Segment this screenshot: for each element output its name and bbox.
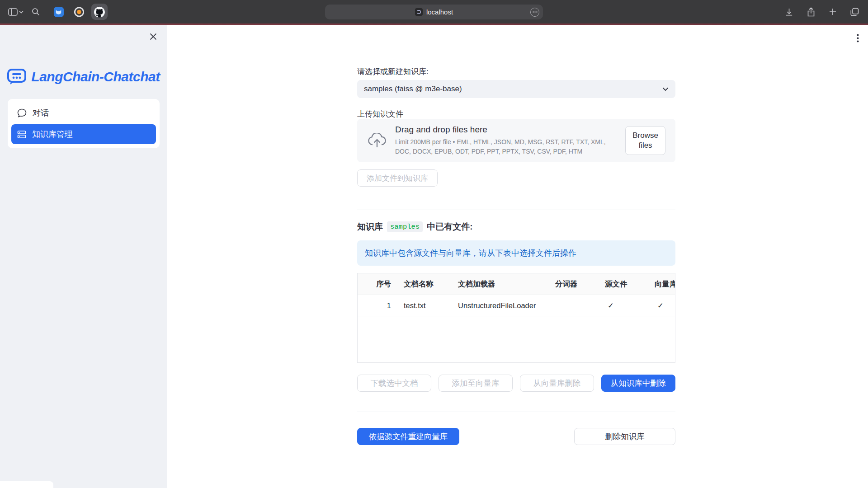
kb-select-label: 请选择或新建知识库: [357,66,429,77]
download-icon [785,8,793,16]
table-header-vector: 向量库 [648,279,675,289]
cloud-upload-icon [367,133,387,148]
kb-stack-icon [17,130,26,139]
browser-toolbar: localhost [0,0,868,23]
menu-item-label: 知识库管理 [32,129,73,140]
page-options-icon[interactable] [530,8,539,17]
table-header-loader: 文档加载器 [452,279,549,289]
sidebar-item-kb-management[interactable]: 知识库管理 [11,124,156,144]
table-header-source: 源文件 [599,279,648,289]
upload-label: 上传知识文件 [357,109,403,119]
browser-search-button[interactable] [30,6,42,18]
table-header-row: 序号 文档名称 文档加载器 分词器 源文件 向量库 [358,273,675,295]
status-pill [0,481,53,488]
chevron-down-icon [19,10,24,14]
chat-bubble-icon [17,108,27,117]
content-column: 请选择或新建知识库: samples (faiss @ m3e-base) 上传… [357,25,675,488]
add-to-vector-button[interactable]: 添加至向量库 [439,375,513,392]
divider [357,210,675,210]
kb-select[interactable]: samples (faiss @ m3e-base) [357,80,675,98]
search-icon [32,8,40,16]
main-content: 请选择或新建知识库: samples (faiss @ m3e-base) 上传… [167,25,868,488]
heading-suffix: 中已有文件: [427,221,472,233]
pinned-tab-blue-icon[interactable] [51,4,67,20]
kb-files-heading: 知识库 samples 中已有文件: [357,221,472,233]
tabs-icon [850,8,859,16]
address-bar[interactable]: localhost [325,5,543,19]
share-icon [807,7,815,17]
sidebar-item-chat[interactable]: 对话 [11,103,156,123]
cell-name: test.txt [397,301,452,310]
pinned-tab-github-icon[interactable] [91,4,108,20]
info-text: 知识库中包含源文件与向量库，请从下表中选择文件后操作 [365,248,576,258]
cell-index: 1 [358,301,397,310]
dropzone-texts: Drag and drop files here Limit 200MB per… [395,125,617,156]
new-tab-button[interactable] [827,6,839,18]
toolbar-left-cluster [6,0,108,23]
toolbar-right-cluster [783,0,861,23]
app-logo: LangChain-Chatchat [0,68,167,86]
cell-loader: UnstructuredFileLoader [452,301,549,310]
table-header-name: 文档名称 [397,279,452,289]
remove-from-vector-button[interactable]: 从向量库删除 [520,375,594,392]
sidebar-menu: 对话 知识库管理 [8,99,160,148]
screen: localhost [0,0,868,488]
site-favicon [415,8,423,16]
tab-overview-button[interactable] [849,6,861,18]
table-row[interactable]: 1 test.txt UnstructuredFileLoader ✓ ✓ [358,295,675,316]
add-files-to-kb-button[interactable]: 添加文件到知识库 [357,169,438,187]
app-menu-kebab-icon[interactable] [855,32,861,44]
logo-chat-icon [7,68,27,86]
table-header-splitter: 分词器 [549,279,599,289]
share-button[interactable] [805,5,817,19]
table-header-index: 序号 [358,279,397,289]
cell-vector-check-icon: ✓ [648,301,675,310]
url-text: localhost [426,8,453,16]
kb-name-code: samples [387,221,423,232]
dropzone-limit: Limit 200MB per file • EML, HTML, JSON, … [395,137,617,156]
pinned-tab-orange-icon[interactable] [71,4,87,20]
plus-icon [829,8,837,16]
sidebar: LangChain-Chatchat 对话 知识库管理 [0,25,167,488]
file-dropzone[interactable]: Drag and drop files here Limit 200MB per… [357,119,675,162]
sidebar-close-icon[interactable] [149,30,161,43]
files-table: 序号 文档名称 文档加载器 分词器 源文件 向量库 1 test.txt Uns… [357,273,675,363]
heading-prefix: 知识库 [357,221,383,233]
download-selected-button[interactable]: 下载选中文档 [357,375,431,392]
app-page: LangChain-Chatchat 对话 知识库管理 [0,25,868,488]
kb-select-value: samples (faiss @ m3e-base) [364,84,462,94]
sidebar-panel-icon [8,8,18,16]
info-banner: 知识库中包含源文件与向量库，请从下表中选择文件后操作 [357,240,675,266]
pinned-tabs [51,4,108,20]
browse-files-button[interactable]: Browse files [625,126,665,155]
cell-source-check-icon: ✓ [599,301,648,310]
dropzone-title: Drag and drop files here [395,125,617,135]
delete-kb-button[interactable]: 删除知识库 [574,428,675,445]
divider [357,412,675,412]
menu-item-label: 对话 [33,108,49,118]
downloads-button[interactable] [783,6,795,18]
file-action-buttons: 下载选中文档 添加至向量库 从向量库删除 从知识库中删除 [357,375,675,392]
browser-sidebar-toggle-button[interactable] [6,6,25,18]
chevron-down-icon [662,87,669,91]
logo-text: LangChain-Chatchat [31,69,160,84]
rebuild-vector-store-button[interactable]: 依据源文件重建向量库 [357,428,459,445]
delete-from-kb-button[interactable]: 从知识库中删除 [601,375,675,392]
